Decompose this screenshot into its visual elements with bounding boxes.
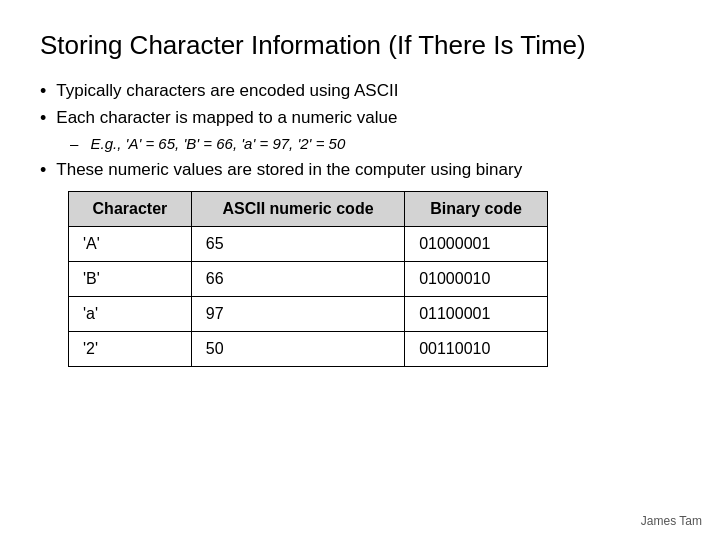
table-row: 'A' 65 01000001 xyxy=(69,227,548,262)
cell-ascii-1: 65 xyxy=(191,227,404,262)
table-head: Character ASCII numeric code Binary code xyxy=(69,192,548,227)
bullet-list-3: These numeric values are stored in the c… xyxy=(40,160,680,181)
cell-char-3: 'a' xyxy=(69,297,192,332)
table-row: 'a' 97 01100001 xyxy=(69,297,548,332)
bullet-item-1: Typically characters are encoded using A… xyxy=(40,81,680,102)
attribution: James Tam xyxy=(641,514,702,528)
bullet-item-3: These numeric values are stored in the c… xyxy=(40,160,680,181)
cell-binary-1: 01000001 xyxy=(405,227,548,262)
cell-ascii-4: 50 xyxy=(191,332,404,367)
page-container: Storing Character Information (If There … xyxy=(0,0,720,540)
table-body: 'A' 65 01000001 'B' 66 01000010 'a' 97 0… xyxy=(69,227,548,367)
page-title: Storing Character Information (If There … xyxy=(40,30,680,61)
col-header-binary: Binary code xyxy=(405,192,548,227)
cell-ascii-3: 97 xyxy=(191,297,404,332)
bullet-item-2: Each character is mapped to a numeric va… xyxy=(40,108,680,129)
ascii-table: Character ASCII numeric code Binary code… xyxy=(68,191,548,367)
cell-binary-3: 01100001 xyxy=(405,297,548,332)
bullet-list: Typically characters are encoded using A… xyxy=(40,81,680,129)
cell-char-1: 'A' xyxy=(69,227,192,262)
cell-char-4: '2' xyxy=(69,332,192,367)
sub-item: E.g., 'A' = 65, 'B' = 66, 'a' = 97, '2' … xyxy=(70,135,680,152)
table-row: 'B' 66 01000010 xyxy=(69,262,548,297)
table-section: Character ASCII numeric code Binary code… xyxy=(40,191,680,367)
cell-binary-2: 01000010 xyxy=(405,262,548,297)
cell-char-2: 'B' xyxy=(69,262,192,297)
cell-ascii-2: 66 xyxy=(191,262,404,297)
col-header-character: Character xyxy=(69,192,192,227)
table-row: '2' 50 00110010 xyxy=(69,332,548,367)
table-header-row: Character ASCII numeric code Binary code xyxy=(69,192,548,227)
cell-binary-4: 00110010 xyxy=(405,332,548,367)
col-header-ascii: ASCII numeric code xyxy=(191,192,404,227)
